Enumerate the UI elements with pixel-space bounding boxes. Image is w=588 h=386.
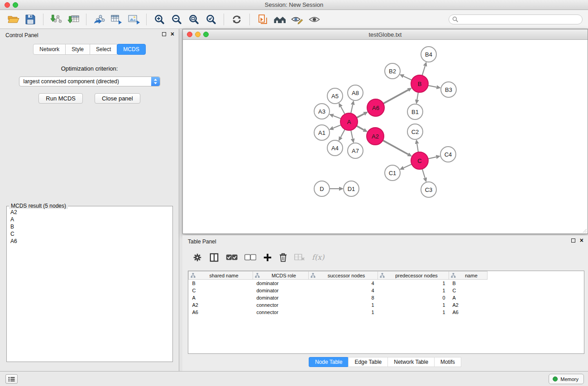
network-overview-button[interactable] xyxy=(254,12,271,27)
graph-edge[interactable] xyxy=(428,86,437,87)
graph-edge[interactable] xyxy=(333,125,341,128)
column-header[interactable]: predecessor nodes xyxy=(378,272,449,280)
table-row[interactable]: A6connector11A6 xyxy=(189,309,488,316)
tab-network[interactable]: Network xyxy=(33,44,66,55)
column-header[interactable]: shared name xyxy=(189,272,253,280)
add-row-icon[interactable] xyxy=(263,253,272,262)
zoom-window-button[interactable] xyxy=(13,2,18,8)
import-table-button[interactable] xyxy=(65,12,82,27)
tab-network-table[interactable]: Network Table xyxy=(387,357,435,367)
close-panel-icon[interactable]: × xyxy=(171,32,174,36)
column-header[interactable]: name xyxy=(449,272,488,280)
table-settings-gear-icon[interactable] xyxy=(192,253,202,262)
zoom-fit-button[interactable] xyxy=(185,12,202,27)
export-table-button[interactable] xyxy=(108,12,125,27)
result-item[interactable]: A xyxy=(10,216,169,223)
graph-edge[interactable] xyxy=(357,114,364,118)
graph-edge[interactable] xyxy=(404,164,412,168)
graph-edge[interactable] xyxy=(341,129,345,137)
main-toolbar xyxy=(0,10,588,29)
close-panel-button[interactable]: Close panel xyxy=(95,93,140,104)
export-image-button[interactable] xyxy=(125,12,142,27)
result-item[interactable]: B xyxy=(10,223,169,230)
status-bar: Memory xyxy=(0,371,588,386)
graph-edge[interactable] xyxy=(333,116,341,119)
memory-button[interactable]: Memory xyxy=(549,374,584,384)
optimization-criterion-label: Optimization criterion: xyxy=(0,65,179,72)
graph-edge[interactable] xyxy=(422,169,425,178)
tab-edge-table[interactable]: Edge Table xyxy=(348,357,388,367)
result-item[interactable]: A6 xyxy=(10,238,169,245)
network-minimize-button[interactable] xyxy=(195,32,201,37)
export-network-button[interactable] xyxy=(91,12,108,27)
table-row[interactable]: A2connector11A2 xyxy=(189,301,488,309)
show-columns-icon[interactable] xyxy=(209,253,219,262)
unselect-all-icon[interactable] xyxy=(244,254,256,261)
graph-edge[interactable] xyxy=(351,105,353,113)
run-mcds-button[interactable]: Run MCDS xyxy=(38,93,83,104)
task-history-button[interactable] xyxy=(5,374,18,384)
graph-node-label: C1 xyxy=(389,170,397,176)
graph-edge[interactable] xyxy=(357,126,364,130)
table-cell: B xyxy=(449,280,488,287)
resize-grip-icon[interactable] xyxy=(582,228,587,233)
graph-node-label: A6 xyxy=(372,105,379,111)
refresh-button[interactable] xyxy=(228,12,245,27)
tab-style[interactable]: Style xyxy=(65,44,90,55)
tab-select[interactable]: Select xyxy=(90,44,117,55)
zoom-selected-button[interactable] xyxy=(202,12,220,27)
node-table[interactable]: shared nameMCDS rolesuccessor nodesprede… xyxy=(188,271,584,354)
graph-node-label: B2 xyxy=(389,68,396,75)
control-panel: Control Panel × NetworkStyleSelectMCDS O… xyxy=(0,29,179,371)
network-zoom-button[interactable] xyxy=(203,32,209,37)
save-session-button[interactable] xyxy=(22,12,39,27)
show-graphics-details-button[interactable] xyxy=(306,12,323,27)
result-item[interactable]: A2 xyxy=(10,209,169,216)
network-close-button[interactable] xyxy=(187,32,192,37)
document-arrow-icon xyxy=(257,14,268,25)
open-session-button[interactable] xyxy=(5,12,22,27)
graph-edge[interactable] xyxy=(428,157,436,159)
graph-edge[interactable] xyxy=(417,92,418,100)
hide-selected-button[interactable] xyxy=(288,12,306,27)
graph-edge[interactable] xyxy=(422,66,425,76)
close-table-panel-icon[interactable]: × xyxy=(580,238,583,243)
zoom-out-button[interactable] xyxy=(168,12,185,27)
close-window-button[interactable] xyxy=(5,2,10,8)
network-graph[interactable]: B4B2BB3A5A8A6A3B1AC2A1A2A4A7C4CC1C3DD1 xyxy=(183,40,588,234)
float-table-panel-icon[interactable] xyxy=(571,238,575,243)
first-neighbors-button[interactable] xyxy=(271,12,288,27)
export-image-icon xyxy=(128,14,140,25)
function-builder-button[interactable]: f(x) xyxy=(312,253,324,262)
clear-table-icon[interactable] xyxy=(294,253,305,261)
table-row[interactable]: Adominator80A xyxy=(189,294,488,301)
delete-row-trash-icon[interactable] xyxy=(279,253,287,262)
control-panel-header: Control Panel × xyxy=(0,29,179,41)
float-panel-icon[interactable] xyxy=(162,32,166,36)
graph-edge[interactable] xyxy=(383,90,408,104)
table-row[interactable]: Bdominator41B xyxy=(189,280,488,287)
column-header[interactable]: MCDS role xyxy=(253,272,309,280)
network-window-titlebar[interactable]: testGlobe.txt xyxy=(183,29,588,40)
graph-edge[interactable] xyxy=(341,107,345,114)
toolbar-separator xyxy=(146,14,147,25)
network-canvas[interactable]: B4B2BB3A5A8A6A3B1AC2A1A2A4A7C4CC1C3DD1 xyxy=(183,40,588,234)
column-header[interactable]: successor nodes xyxy=(309,272,378,280)
optimization-dropdown[interactable]: largest connected component (directed) xyxy=(19,76,160,86)
tab-mcds[interactable]: MCDS xyxy=(117,44,145,55)
table-cell: dominator xyxy=(253,280,309,287)
search-input[interactable] xyxy=(449,14,583,24)
result-item[interactable]: C xyxy=(10,230,169,238)
graph-edge[interactable] xyxy=(417,144,418,152)
tab-node-table[interactable]: Node Table xyxy=(309,357,349,367)
table-tabs: Node TableEdge TableNetwork TableMotifs xyxy=(182,357,588,367)
graph-edge[interactable] xyxy=(351,130,353,139)
import-network-button[interactable] xyxy=(48,12,65,27)
zoom-in-button[interactable] xyxy=(151,12,168,27)
table-row[interactable]: Cdominator41C xyxy=(189,287,488,294)
graph-edge[interactable] xyxy=(383,140,408,154)
tab-motifs[interactable]: Motifs xyxy=(434,357,461,367)
graph-edge[interactable] xyxy=(404,76,412,80)
table-cell: A6 xyxy=(189,309,253,316)
select-all-icon[interactable] xyxy=(226,254,238,261)
